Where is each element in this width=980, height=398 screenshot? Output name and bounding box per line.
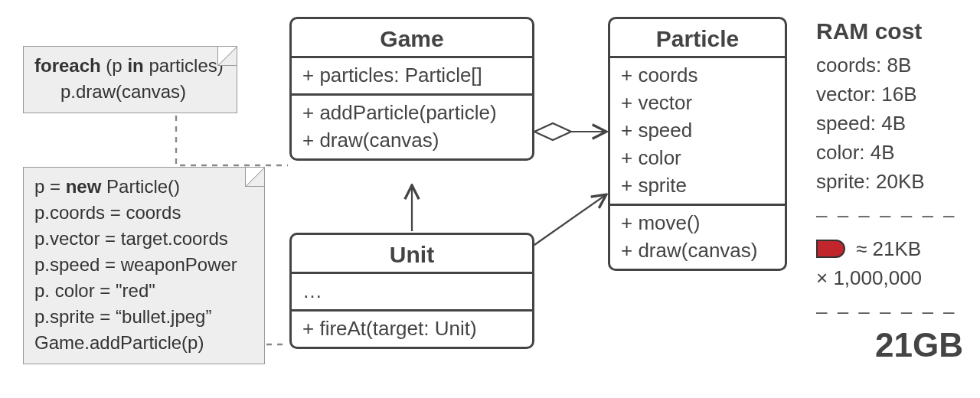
code-text: (p xyxy=(101,55,128,76)
uml-op: + fireAt(target: Unit) xyxy=(302,315,521,342)
uml-title: Particle xyxy=(610,19,785,56)
uml-attr: + particles: Particle[] xyxy=(302,61,521,89)
divider: – – – – – – – xyxy=(816,201,969,230)
uml-operations: + move() + draw(canvas) xyxy=(610,204,785,269)
code-note-draw: foreach (p in particles) p.draw(canvas) xyxy=(23,46,237,113)
uml-attr: + coords xyxy=(621,61,774,89)
uml-attributes: + particles: Particle[] xyxy=(292,56,532,93)
code-line: p.draw(canvas) xyxy=(34,79,226,105)
uml-attributes: … xyxy=(292,272,532,309)
code-text: p. color = "red" xyxy=(34,280,155,301)
code-line: p = new Particle() xyxy=(34,174,253,200)
code-text: Game.addParticle(p) xyxy=(34,332,204,353)
code-line: p.speed = weaponPower xyxy=(34,252,253,278)
ram-per-particle: ≈ 21KB xyxy=(856,234,921,263)
uml-class-particle: Particle + coords + vector + speed + col… xyxy=(608,17,787,271)
uml-attr: … xyxy=(302,277,521,305)
code-text: p.vector = target.coords xyxy=(34,228,228,249)
ram-cost-panel: RAM cost coords: 8B vector: 16B speed: 4… xyxy=(816,17,969,360)
ram-line: speed: 4B xyxy=(816,109,969,138)
code-text: p.speed = weaponPower xyxy=(34,254,237,275)
ram-multiplier: × 1,000,000 xyxy=(816,263,969,292)
ram-line: sprite: 20KB xyxy=(816,167,969,196)
ram-line: color: 4B xyxy=(816,138,969,167)
code-line: p.vector = target.coords xyxy=(34,226,253,252)
uml-attr: + speed xyxy=(621,116,774,144)
code-line: Game.addParticle(p) xyxy=(34,330,253,356)
ram-heading: RAM cost xyxy=(816,17,969,46)
anchor-note-draw xyxy=(176,116,288,165)
uml-attributes: + coords + vector + speed + color + spri… xyxy=(610,56,785,204)
uml-title: Game xyxy=(292,19,532,56)
relation-game-particle xyxy=(534,123,606,140)
uml-op: + draw(canvas) xyxy=(302,126,521,154)
uml-class-game: Game + particles: Particle[] + addPartic… xyxy=(289,17,534,161)
code-text: p.sprite = “bullet.jpeg” xyxy=(34,306,211,327)
uml-class-unit: Unit … + fireAt(target: Unit) xyxy=(289,233,534,349)
kw: new xyxy=(66,176,102,197)
divider: – – – – – – – xyxy=(816,297,969,326)
ram-line: vector: 16B xyxy=(816,80,969,109)
uml-attr: + color xyxy=(621,144,774,171)
code-text: particles) xyxy=(144,55,224,76)
uml-op: + move() xyxy=(621,209,774,237)
bullet-icon xyxy=(816,240,845,258)
uml-title: Unit xyxy=(292,235,532,272)
uml-operations: + fireAt(target: Unit) xyxy=(292,309,532,347)
uml-op: + addParticle(particle) xyxy=(302,99,521,126)
code-line: p. color = "red" xyxy=(34,278,253,304)
ram-line: coords: 8B xyxy=(816,51,969,80)
ram-total: 21GB xyxy=(816,331,969,360)
uml-op: + draw(canvas) xyxy=(621,237,774,264)
code-text: p.coords = coords xyxy=(34,202,181,223)
code-text: Particle() xyxy=(101,176,180,197)
code-line: p.coords = coords xyxy=(34,200,253,226)
code-line: p.sprite = “bullet.jpeg” xyxy=(34,304,253,330)
uml-operations: + addParticle(particle) + draw(canvas) xyxy=(292,93,532,158)
uml-attr: + vector xyxy=(621,89,774,116)
kw-in: in xyxy=(127,55,143,76)
code-text: p = xyxy=(34,176,66,197)
code-note-fireat: p = new Particle()p.coords = coordsp.vec… xyxy=(23,167,265,364)
kw-foreach: foreach xyxy=(34,55,101,76)
uml-attr: + sprite xyxy=(621,171,774,199)
relation-unit-particle xyxy=(534,194,606,245)
